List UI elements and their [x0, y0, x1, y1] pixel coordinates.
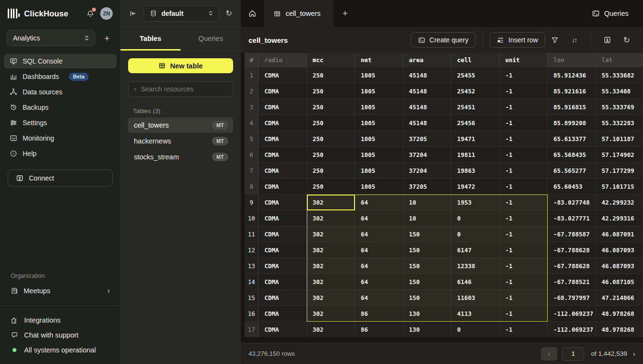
data-cell-area[interactable]: 150 [403, 290, 451, 306]
table-list-item-cell_towers[interactable]: cell_towersMT [128, 117, 233, 133]
data-cell-unit[interactable]: -1 [499, 179, 548, 195]
data-cell-lat[interactable]: 55.333682 [596, 67, 643, 83]
data-cell-lon[interactable]: 85.916815 [548, 99, 596, 115]
data-cell-area[interactable]: 37205 [403, 179, 451, 195]
row-number-cell[interactable]: 9 [245, 195, 259, 210]
data-cell-lon[interactable]: 65.60453 [548, 179, 596, 195]
sidebar-item-chat-support[interactable]: Chat with support [4, 327, 117, 342]
row-number-cell[interactable]: 10 [245, 210, 259, 226]
data-cell-unit[interactable]: -1 [499, 322, 548, 337]
data-cell-net[interactable]: 1005 [355, 83, 403, 99]
data-cell-cell[interactable]: 12338 [451, 258, 499, 274]
data-cell-cell[interactable]: 0 [451, 226, 499, 242]
data-cell-unit[interactable]: -1 [499, 147, 548, 163]
column-header-mcc[interactable]: mcc [307, 53, 355, 67]
data-cell-lon[interactable]: 85.921616 [548, 83, 596, 99]
data-cell-unit[interactable]: -1 [499, 210, 548, 226]
data-cell-radio[interactable]: CDMA [259, 83, 307, 99]
data-cell-lat[interactable]: 55.333769 [596, 99, 643, 115]
collapse-panel-button[interactable] [127, 8, 139, 19]
sidebar-item-backups[interactable]: Backups [4, 100, 117, 115]
data-cell-area[interactable]: 45148 [403, 83, 451, 99]
sidebar-item-monitoring[interactable]: Monitoring [4, 131, 117, 145]
data-cell-radio[interactable]: CDMA [259, 242, 307, 258]
data-cell-area[interactable]: 37204 [403, 163, 451, 179]
table-list-item-stocks_stream[interactable]: stocks_streamMT [128, 149, 233, 165]
data-cell-radio[interactable]: CDMA [259, 163, 307, 179]
data-cell-cell[interactable]: 25452 [451, 83, 499, 99]
column-header-lat[interactable]: lat [596, 53, 643, 67]
download-button[interactable] [600, 33, 615, 47]
sort-button[interactable]: ↓↑ [567, 33, 581, 47]
data-cell-cell[interactable]: 25451 [451, 99, 499, 115]
data-cell-lat[interactable]: 46.087093 [596, 242, 643, 258]
data-cell-net[interactable]: 64 [355, 195, 403, 210]
data-cell-unit[interactable]: -1 [499, 242, 548, 258]
data-cell-unit[interactable]: -1 [499, 195, 548, 210]
avatar[interactable]: ZN [100, 7, 113, 20]
data-cell-lat[interactable]: 46.087091 [596, 226, 643, 242]
new-tab-button[interactable]: + [333, 0, 357, 27]
row-number-cell[interactable]: 16 [245, 306, 259, 322]
data-cell-cell[interactable]: 6146 [451, 274, 499, 290]
refresh-tables-button[interactable]: ↻ [224, 7, 234, 20]
row-number-cell[interactable]: 3 [245, 99, 259, 115]
data-cell-unit[interactable]: -1 [499, 306, 548, 322]
row-number-cell[interactable]: 8 [245, 179, 259, 195]
data-cell-lat[interactable]: 46.087093 [596, 258, 643, 274]
data-cell-mcc[interactable]: 302 [307, 306, 355, 322]
data-cell-area[interactable]: 37204 [403, 147, 451, 163]
data-cell-cell[interactable]: 4113 [451, 306, 499, 322]
add-service-button[interactable]: + [100, 31, 114, 45]
data-cell-unit[interactable]: -1 [499, 274, 548, 290]
data-cell-lon[interactable]: -112.069237 [548, 306, 596, 322]
database-selector[interactable]: default [144, 5, 219, 22]
filter-button[interactable] [548, 33, 562, 47]
data-cell-area[interactable]: 45148 [403, 115, 451, 131]
table-list-item-hackernews[interactable]: hackernewsMT [128, 133, 233, 149]
data-cell-area[interactable]: 130 [403, 322, 451, 337]
data-cell-cell[interactable]: 0 [451, 322, 499, 337]
data-cell-mcc[interactable]: 302 [307, 242, 355, 258]
data-cell-cell[interactable]: 25455 [451, 67, 499, 83]
data-cell-lon[interactable]: 65.613377 [548, 131, 596, 147]
data-cell-radio[interactable]: CDMA [259, 306, 307, 322]
column-header-row-number[interactable]: # [245, 53, 259, 67]
tab-cell-towers[interactable]: cell_towers [264, 0, 333, 27]
row-number-cell[interactable]: 17 [245, 322, 259, 337]
row-number-cell[interactable]: 13 [245, 258, 259, 274]
previous-page-button[interactable]: ‹ [541, 347, 557, 361]
data-cell-mcc[interactable]: 302 [307, 258, 355, 274]
data-cell-mcc[interactable]: 302 [307, 322, 355, 337]
sidebar-item-meetups[interactable]: Meetups › [4, 283, 117, 299]
data-cell-lat[interactable]: 46.087105 [596, 274, 643, 290]
sidebar-item-dashboards[interactable]: Dashboards Beta [4, 69, 117, 84]
data-cell-unit[interactable]: -1 [499, 290, 548, 306]
connect-button[interactable]: Connect [8, 169, 113, 187]
data-cell-lon[interactable]: 65.565277 [548, 163, 596, 179]
data-cell-lon[interactable]: -68.797997 [548, 290, 596, 306]
insert-row-button[interactable]: Insert row [490, 32, 545, 48]
data-cell-mcc[interactable]: 250 [307, 67, 355, 83]
row-number-cell[interactable]: 6 [245, 147, 259, 163]
data-cell-mcc[interactable]: 250 [307, 179, 355, 195]
sidebar-item-settings[interactable]: Settings [4, 116, 117, 130]
data-cell-lat[interactable]: 57.101715 [596, 179, 643, 195]
data-cell-lat[interactable]: 57.174902 [596, 147, 643, 163]
data-cell-net[interactable]: 1005 [355, 99, 403, 115]
row-number-cell[interactable]: 2 [245, 83, 259, 99]
data-cell-net[interactable]: 64 [355, 242, 403, 258]
data-cell-unit[interactable]: -1 [499, 67, 548, 83]
sidebar-item-data-sources[interactable]: Data sources [4, 85, 117, 99]
data-cell-radio[interactable]: CDMA [259, 210, 307, 226]
data-cell-radio[interactable]: CDMA [259, 115, 307, 131]
data-cell-mcc[interactable]: 302 [307, 274, 355, 290]
data-cell-lat[interactable]: 55.33408 [596, 83, 643, 99]
data-cell-radio[interactable]: CDMA [259, 258, 307, 274]
data-cell-area[interactable]: 45148 [403, 67, 451, 83]
search-input[interactable] [141, 85, 228, 93]
column-header-cell[interactable]: cell [451, 53, 499, 67]
data-cell-radio[interactable]: CDMA [259, 67, 307, 83]
sidebar-item-integrations[interactable]: Integrations [4, 312, 117, 327]
row-number-cell[interactable]: 15 [245, 290, 259, 306]
